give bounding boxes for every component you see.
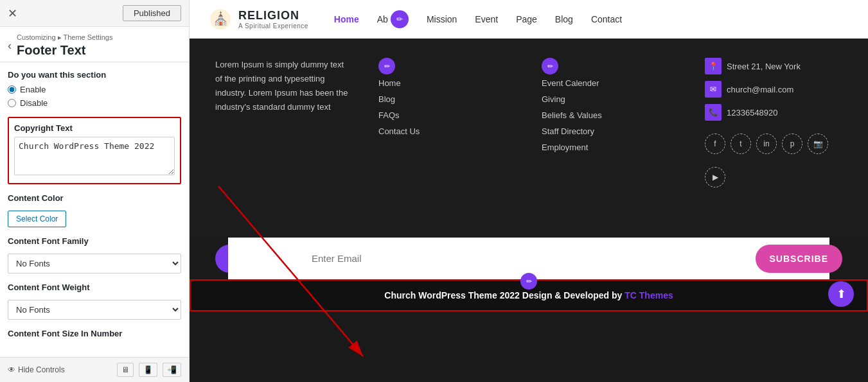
back-button[interactable]: ‹ [8,39,12,53]
disable-radio[interactable]: Disable [8,98,181,108]
footer-nav-col1: Home Blog FAQs Contact Us [378,78,516,136]
panel-footer: 👁 Hide Controls 🖥 📱 📲 [0,357,189,382]
enable-radio[interactable]: Enable [8,85,181,94]
email-icon: ✉ [705,81,722,98]
scroll-top-button[interactable]: ⬆ [828,281,854,307]
breadcrumb-area: Customizing ▸ Theme Settings Footer Text [17,33,112,58]
nav-link-blog[interactable]: Blog [555,14,573,24]
responsive-tablet-icon[interactable]: 📱 [139,363,157,377]
logo-area: ⛪ RELIGION A Spiritual Experience [209,8,308,31]
email-text: church@mail.com [727,85,793,94]
address-icon: 📍 [705,58,722,74]
social-twitter[interactable]: t [731,134,751,154]
nav-link-page[interactable]: Page [516,14,537,24]
copyright-text-label: Copyright Text [14,123,175,133]
nav-link-event[interactable]: Event [475,14,498,24]
svg-text:⛪: ⛪ [213,11,229,26]
copyright-highlight: TC Themes [624,290,673,300]
copyright-text-field-group: Copyright Text Church WordPress Theme 20… [8,117,181,184]
panel-header: ‹ Customizing ▸ Theme Settings Footer Te… [0,27,189,62]
footer-email: ✉ church@mail.com [705,81,842,98]
disable-radio-input[interactable] [8,99,16,107]
footer-nav-event[interactable]: Event Calender [542,78,679,88]
hide-controls-label: Hide Controls [18,365,65,374]
social-linkedin[interactable]: in [756,134,777,154]
content-font-size-section: Content Font Size In Number [8,329,181,338]
published-button[interactable]: Published [123,5,181,21]
content-font-family-label: Content Font Family [8,236,181,246]
nav-link-about[interactable]: Ab✏ [377,10,409,28]
footer-content: Lorem Ipsum is simply dummy text of the … [190,39,868,238]
nav-links: Home Ab✏ Mission Event Page Blog Contact [334,10,849,28]
content-font-size-label: Content Font Size In Number [8,329,181,338]
footer-nav-faqs[interactable]: FAQs [378,110,516,120]
footer-contact-col: 📍 Street 21, New York ✉ church@mail.com … [705,58,842,187]
social-instagram[interactable]: 📷 [808,134,828,154]
footer-nav-home[interactable]: Home [378,78,516,88]
footer-col-text: Lorem Ipsum is simply dummy text of the … [215,58,353,225]
right-panel: ⛪ RELIGION A Spiritual Experience Home A… [190,0,868,382]
responsive-desktop-icon[interactable]: 🖥 [117,363,134,377]
footer-nav-blog[interactable]: Blog [378,94,516,104]
nav-edit-circle[interactable]: ✏ [391,10,409,28]
logo-text: RELIGION A Spiritual Experience [238,9,308,30]
content-font-weight-label: Content Font Weight [8,282,181,292]
footer-body-text: Lorem Ipsum is simply dummy text of the … [215,58,353,114]
social-icons-row2: ▶ [705,167,842,187]
footer-nav-staff[interactable]: Staff Directory [542,126,679,136]
section-enable-label: Do you want this section [8,70,181,80]
footer-nav-col2: Event Calender Giving Beliefs & Values S… [542,78,679,152]
footer-nav-giving[interactable]: Giving [542,94,679,104]
footer-nav-employment[interactable]: Employment [542,143,679,152]
hide-controls-button[interactable]: 👁 Hide Controls [8,365,65,374]
nav-link-contact[interactable]: Contact [591,14,622,24]
panel-title: Footer Text [17,43,112,58]
navbar: ⛪ RELIGION A Spiritual Experience Home A… [190,0,868,39]
enable-radio-input[interactable] [8,85,16,94]
panel-footer-icons: 🖥 📱 📲 [117,363,181,377]
select-color-button[interactable]: Select Color [8,211,66,227]
copyright-text-textarea[interactable]: Church WordPress Theme 2022 [14,137,175,175]
breadcrumb: Customizing ▸ Theme Settings [17,33,112,42]
content-font-weight-section: Content Font Weight No Fonts [8,282,181,320]
nav-link-mission[interactable]: Mission [427,14,457,24]
copyright-edit-circle[interactable]: ✏ [520,273,537,290]
disable-label: Disable [20,98,48,108]
content-font-family-section: Content Font Family No Fonts [8,236,181,273]
panel-body: Do you want this section Enable Disable … [0,62,189,357]
logo-tagline: A Spiritual Experience [238,22,308,30]
copyright-bar: ✏ Church WordPress Theme 2022 Design & D… [190,279,868,311]
footer-nav-contact[interactable]: Contact Us [378,126,516,136]
enable-label: Enable [20,85,46,94]
close-button[interactable]: ✕ [8,8,17,19]
footer-nav1-edit-circle[interactable]: ✏ [378,58,395,74]
footer-nav-beliefs[interactable]: Beliefs & Values [542,110,679,120]
content-color-label: Content Color [8,193,181,203]
footer-phone: 📞 12336548920 [705,104,842,121]
footer-nav2-edit-circle[interactable]: ✏ [542,58,558,74]
phone-text: 12336548920 [727,108,778,117]
footer-col-contact: 📍 Street 21, New York ✉ church@mail.com … [705,58,842,225]
font-weight-select[interactable]: No Fonts [8,300,181,320]
footer-address: 📍 Street 21, New York [705,58,842,74]
copyright-main: Church WordPress Theme 2022 Design & Dev… [384,290,622,300]
social-pinterest[interactable]: p [782,134,802,154]
logo-icon: ⛪ [209,8,232,31]
eye-icon: 👁 [8,365,15,374]
social-youtube[interactable]: ▶ [705,167,725,187]
social-icons: f t in p 📷 [705,134,842,154]
nav-link-home[interactable]: Home [334,14,359,24]
font-family-select[interactable]: No Fonts [8,254,181,273]
social-facebook[interactable]: f [705,134,725,154]
logo-name: RELIGION [238,9,308,22]
subscribe-button[interactable]: SUBSCRIBE [756,245,842,273]
responsive-mobile-icon[interactable]: 📲 [163,363,181,377]
panel-top-bar: ✕ Published [0,0,189,27]
footer-col-nav1: ✏ Home Blog FAQs Contact Us [378,58,516,225]
address-text: Street 21, New York [727,62,801,71]
content-color-section: Content Color Select Color [8,193,181,227]
left-panel: ✕ Published ‹ Customizing ▸ Theme Settin… [0,0,190,382]
footer-col-nav2: ✏ Event Calender Giving Beliefs & Values… [542,58,679,225]
radio-group: Enable Disable [8,85,181,108]
copyright-text: Church WordPress Theme 2022 Design & Dev… [384,290,673,300]
